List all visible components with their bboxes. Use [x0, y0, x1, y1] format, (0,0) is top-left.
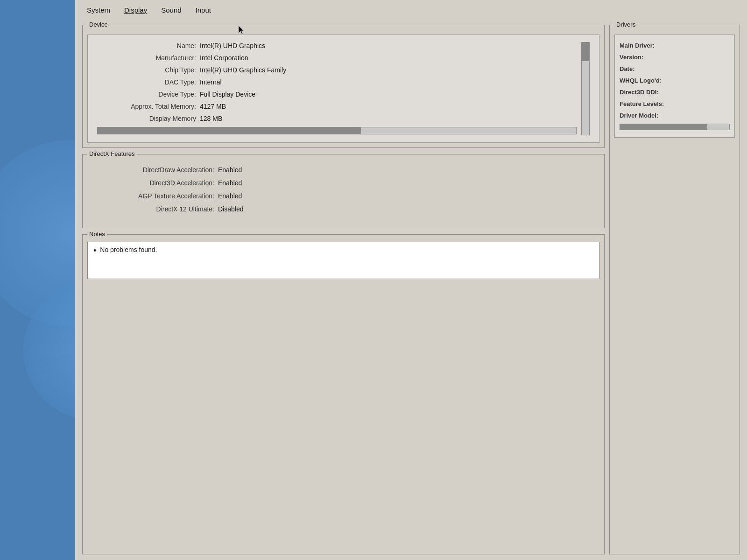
notes-bullet: • [93, 246, 96, 256]
menu-system[interactable]: System [85, 5, 113, 15]
drivers-hscrollbar[interactable] [620, 124, 730, 130]
dx12-label: DirectX 12 Ultimate: [97, 205, 218, 213]
driver-whql-row: WHQL Logo'd: [620, 77, 730, 84]
agp-row: AGP Texture Acceleration: Enabled [97, 192, 590, 200]
device-dactype-row: DAC Type: Internal [97, 78, 577, 86]
main-window: System Display Sound Input Device Name: … [75, 0, 747, 560]
driver-featurelevels-label: Feature Levels: [620, 100, 730, 107]
notes-inner: • No problems found. [87, 242, 599, 279]
directdraw-label: DirectDraw Acceleration: [97, 166, 218, 174]
driver-version-label: Version: [620, 54, 730, 61]
dx12-row: DirectX 12 Ultimate: Disabled [97, 205, 590, 213]
device-inner: Name: Intel(R) UHD Graphics Manufacturer… [87, 35, 599, 143]
menu-input[interactable]: Input [193, 5, 213, 15]
device-manufacturer-label: Manufacturer: [97, 54, 200, 62]
device-devicetype-row: Device Type: Full Display Device [97, 91, 577, 98]
device-info: Name: Intel(R) UHD Graphics Manufacturer… [97, 42, 577, 135]
driver-whql-label: WHQL Logo'd: [620, 77, 730, 84]
directdraw-value: Enabled [218, 166, 242, 174]
directx-section: DirectX Features DirectDraw Acceleration… [82, 154, 605, 228]
notes-section: Notes • No problems found. [82, 234, 605, 554]
right-panel: Drivers Main Driver: Version: Date: [609, 22, 740, 554]
device-manufacturer-row: Manufacturer: Intel Corporation [97, 54, 577, 62]
agp-label: AGP Texture Acceleration: [97, 192, 218, 200]
drivers-section-label: Drivers [614, 21, 637, 28]
device-section: Device Name: Intel(R) UHD Graphics Manuf… [82, 25, 605, 148]
driver-date-label: Date: [620, 65, 730, 72]
menu-bar: System Display Sound Input [75, 0, 747, 20]
device-vscrollbar[interactable] [581, 42, 590, 135]
device-devicetype-label: Device Type: [97, 91, 200, 98]
menu-display[interactable]: Display [122, 5, 149, 15]
device-displaymemory-value: 128 MB [200, 115, 222, 122]
direct3d-value: Enabled [218, 179, 242, 187]
directdraw-row: DirectDraw Acceleration: Enabled [97, 166, 590, 174]
device-name-label: Name: [97, 42, 200, 49]
dx12-value: Disabled [218, 205, 243, 213]
device-totalmemory-label: Approx. Total Memory: [97, 103, 200, 110]
device-chiptype-row: Chip Type: Intel(R) UHD Graphics Family [97, 66, 577, 74]
driver-main-label: Main Driver: [620, 42, 730, 49]
device-chiptype-label: Chip Type: [97, 66, 200, 74]
device-displaymemory-row: Display Memory 128 MB [97, 115, 577, 122]
notes-text: No problems found. [100, 246, 157, 253]
drivers-section: Drivers Main Driver: Version: Date: [609, 25, 740, 554]
driver-d3dddi-row: Direct3D DDI: [620, 89, 730, 96]
direct3d-label: Direct3D Acceleration: [97, 179, 218, 187]
device-name-row: Name: Intel(R) UHD Graphics [97, 42, 577, 49]
device-totalmemory-row: Approx. Total Memory: 4127 MB [97, 103, 577, 110]
driver-model-label: Driver Model: [620, 112, 730, 119]
driver-version-row: Version: [620, 54, 730, 61]
device-hscrollbar[interactable] [97, 127, 577, 134]
left-panel: Device Name: Intel(R) UHD Graphics Manuf… [82, 22, 605, 554]
device-devicetype-value: Full Display Device [200, 91, 255, 98]
driver-featurelevels-row: Feature Levels: [620, 100, 730, 107]
device-chiptype-value: Intel(R) UHD Graphics Family [200, 66, 286, 74]
menu-sound[interactable]: Sound [159, 5, 183, 15]
device-name-value: Intel(R) UHD Graphics [200, 42, 265, 49]
directx-section-label: DirectX Features [87, 150, 137, 157]
device-dactype-value: Internal [200, 78, 222, 86]
device-dactype-label: DAC Type: [97, 78, 200, 86]
device-section-label: Device [87, 21, 110, 28]
drivers-hscrollbar-thumb[interactable] [620, 124, 707, 130]
device-vscrollbar-thumb[interactable] [582, 42, 589, 61]
driver-d3dddi-label: Direct3D DDI: [620, 89, 730, 96]
device-hscrollbar-thumb[interactable] [98, 127, 361, 134]
driver-date-row: Date: [620, 65, 730, 72]
device-manufacturer-value: Intel Corporation [200, 54, 248, 62]
directx-inner: DirectDraw Acceleration: Enabled Direct3… [87, 164, 599, 221]
device-displaymemory-label: Display Memory [97, 115, 200, 122]
notes-section-label: Notes [87, 231, 107, 238]
driver-model-row: Driver Model: [620, 112, 730, 119]
driver-main-row: Main Driver: [620, 42, 730, 49]
device-totalmemory-value: 4127 MB [200, 103, 226, 110]
agp-value: Enabled [218, 192, 242, 200]
content-area: Device Name: Intel(R) UHD Graphics Manuf… [75, 20, 747, 557]
drivers-inner: Main Driver: Version: Date: WHQL Logo'd: [614, 35, 735, 138]
direct3d-row: Direct3D Acceleration: Enabled [97, 179, 590, 187]
